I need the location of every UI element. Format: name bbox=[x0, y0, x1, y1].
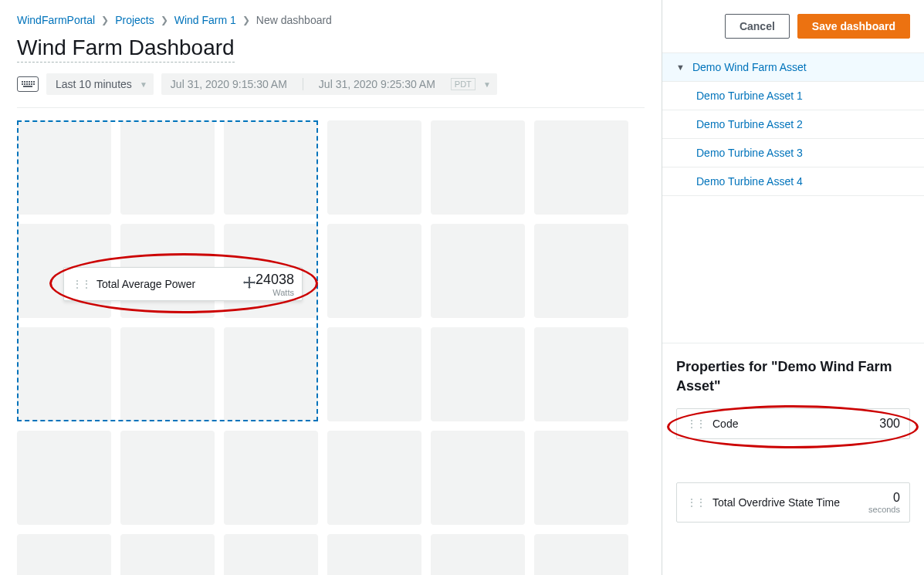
property-item[interactable]: ⋮⋮ Code 300 bbox=[676, 408, 910, 439]
grid-cell[interactable] bbox=[534, 120, 628, 215]
grid-cell[interactable] bbox=[17, 431, 111, 525]
property-value: 300 bbox=[879, 417, 900, 431]
property-unit: seconds bbox=[868, 505, 900, 514]
dashboard-grid bbox=[17, 120, 635, 575]
grid-cell[interactable] bbox=[120, 120, 215, 215]
grid-cell[interactable] bbox=[431, 120, 525, 215]
grid-cell[interactable] bbox=[224, 120, 318, 215]
property-value: 0 bbox=[893, 491, 900, 505]
grid-cell[interactable] bbox=[431, 431, 525, 525]
breadcrumb-link-windfarm1[interactable]: Wind Farm 1 bbox=[174, 14, 236, 26]
grid-cell[interactable] bbox=[431, 534, 525, 575]
asset-tree-child[interactable]: Demo Turbine Asset 2 bbox=[662, 110, 924, 139]
grid-cell[interactable] bbox=[327, 120, 421, 215]
page-title[interactable]: Wind Farm Dashboard bbox=[17, 36, 235, 63]
grid-cell[interactable] bbox=[534, 534, 628, 575]
chevron-right-icon: ❯ bbox=[161, 15, 168, 25]
move-cursor-icon bbox=[243, 276, 256, 292]
grid-cell[interactable] bbox=[431, 224, 525, 318]
grid-cell[interactable] bbox=[17, 534, 111, 575]
caret-down-icon: ▼ bbox=[676, 63, 685, 72]
time-toolbar: Last 10 minutes Jul 31, 2020 9:15:30 AM … bbox=[17, 73, 645, 95]
breadcrumb-current: New dashboard bbox=[256, 14, 332, 26]
divider bbox=[303, 78, 303, 90]
breadcrumb: WindFarmPortal ❯ Projects ❯ Wind Farm 1 … bbox=[17, 14, 645, 26]
breadcrumb-link-portal[interactable]: WindFarmPortal bbox=[17, 14, 95, 26]
drag-handle-icon: ⋮⋮ bbox=[686, 418, 705, 430]
drag-handle-icon: ⋮⋮ bbox=[72, 278, 90, 290]
grid-cell[interactable] bbox=[431, 327, 525, 421]
chevron-right-icon: ❯ bbox=[101, 15, 109, 25]
drag-handle-icon: ⋮⋮ bbox=[686, 496, 705, 509]
keyboard-icon[interactable] bbox=[17, 76, 39, 92]
chevron-right-icon: ❯ bbox=[242, 15, 250, 25]
dashboard-grid-area[interactable]: ⋮⋮ Total Average Power 24038 Watts bbox=[17, 120, 635, 575]
save-dashboard-button[interactable]: Save dashboard bbox=[797, 14, 910, 39]
cancel-button[interactable]: Cancel bbox=[725, 14, 790, 39]
grid-cell[interactable] bbox=[534, 327, 628, 421]
grid-cell[interactable] bbox=[120, 534, 215, 575]
property-item[interactable]: ⋮⋮ Total Overdrive State Time 0 seconds bbox=[676, 482, 910, 523]
properties-title: Properties for "Demo Wind Farm Asset" bbox=[676, 357, 910, 396]
asset-tree-child[interactable]: Demo Turbine Asset 3 bbox=[662, 139, 924, 167]
divider bbox=[17, 107, 645, 108]
property-gap-placeholder bbox=[676, 448, 910, 482]
grid-cell[interactable] bbox=[120, 431, 215, 525]
time-range-picker[interactable]: Jul 31, 2020 9:15:30 AM Jul 31, 2020 9:2… bbox=[161, 73, 497, 95]
widget-value: 24038 bbox=[256, 272, 294, 288]
grid-cell[interactable] bbox=[120, 327, 215, 421]
asset-tree-child[interactable]: Demo Turbine Asset 1 bbox=[662, 82, 924, 110]
asset-tree-parent[interactable]: ▼ Demo Wind Farm Asset bbox=[662, 53, 924, 82]
time-preset-select[interactable]: Last 10 minutes bbox=[46, 73, 154, 95]
asset-tree-child[interactable]: Demo Turbine Asset 4 bbox=[662, 167, 924, 196]
grid-cell[interactable] bbox=[327, 431, 421, 525]
timezone-badge: PDT bbox=[451, 78, 476, 90]
time-start: Jul 31, 2020 9:15:30 AM bbox=[171, 78, 287, 90]
asset-label: Demo Wind Farm Asset bbox=[692, 61, 807, 73]
grid-cell[interactable] bbox=[327, 224, 421, 318]
grid-cell[interactable] bbox=[224, 534, 318, 575]
grid-cell[interactable] bbox=[224, 431, 318, 525]
asset-tree: ▼ Demo Wind Farm Asset Demo Turbine Asse… bbox=[662, 53, 924, 196]
widget-unit: Watts bbox=[272, 288, 294, 297]
time-end: Jul 31, 2020 9:25:30 AM bbox=[319, 78, 435, 90]
grid-cell[interactable] bbox=[17, 327, 111, 421]
properties-section: Properties for "Demo Wind Farm Asset" ⋮⋮… bbox=[662, 343, 924, 546]
side-panel-header: Cancel Save dashboard bbox=[662, 0, 924, 53]
property-label: Code bbox=[712, 418, 879, 430]
dragging-property-widget[interactable]: ⋮⋮ Total Average Power 24038 Watts bbox=[63, 267, 303, 301]
grid-cell[interactable] bbox=[534, 431, 628, 525]
grid-cell[interactable] bbox=[327, 534, 421, 575]
breadcrumb-link-projects[interactable]: Projects bbox=[115, 14, 154, 26]
grid-cell[interactable] bbox=[17, 120, 111, 215]
property-label: Total Overdrive State Time bbox=[712, 496, 868, 509]
grid-cell[interactable] bbox=[327, 327, 421, 421]
side-panel: Cancel Save dashboard ▼ Demo Wind Farm A… bbox=[662, 0, 924, 575]
grid-cell[interactable] bbox=[534, 224, 628, 318]
widget-label: Total Average Power bbox=[96, 278, 239, 290]
grid-cell[interactable] bbox=[224, 327, 318, 421]
main-canvas-area: WindFarmPortal ❯ Projects ❯ Wind Farm 1 … bbox=[0, 0, 662, 575]
